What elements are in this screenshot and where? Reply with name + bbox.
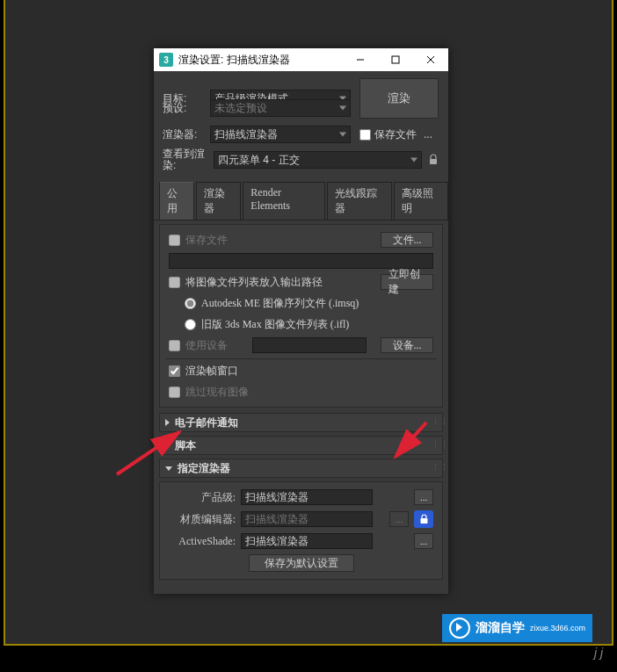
skip-existing-checkbox[interactable] (169, 387, 180, 398)
svg-rect-5 (420, 518, 427, 524)
create-now-button[interactable]: 立即创建 (381, 274, 433, 290)
render-frame-window-checkbox[interactable] (169, 365, 180, 377)
minimize-button[interactable] (343, 48, 378, 71)
tab-common[interactable]: 公用 (159, 182, 194, 220)
preset-label: 预设: (163, 101, 205, 116)
assign-renderer-group: 产品级: 扫描线渲染器 ... 材质编辑器: 扫描线渲染器 ... Active… (159, 481, 443, 580)
titlebar: 3 渲染设置: 扫描线渲染器 (154, 48, 448, 71)
device-button[interactable]: 设备... (381, 337, 433, 353)
lock-icon[interactable] (427, 154, 439, 166)
save-defaults-button[interactable]: 保存为默认设置 (249, 554, 354, 572)
file-button[interactable]: 文件... (381, 232, 433, 248)
production-renderer-field: 扫描线渲染器 (241, 489, 373, 505)
tabs: 公用 渲染器 Render Elements 光线跟踪器 高级照明 (154, 182, 448, 220)
save-file-dots[interactable]: ... (424, 128, 432, 141)
tab-render-elements[interactable]: Render Elements (243, 182, 325, 220)
production-label: 产品级: (169, 490, 236, 505)
app-icon: 3 (159, 53, 173, 67)
activeshade-renderer-field: 扫描线渲染器 (241, 533, 373, 549)
close-button[interactable] (413, 48, 448, 71)
tab-adv-lighting[interactable]: 高级照明 (394, 182, 448, 220)
tab-raytracer[interactable]: 光线跟踪器 (327, 182, 391, 220)
render-setup-dialog: 3 渲染设置: 扫描线渲染器 目标: 产品级渲染模式 渲染 预设: 未选定预设 (154, 48, 448, 594)
activeshade-choose-button[interactable]: ... (414, 533, 433, 549)
activeshade-label: ActiveShade: (169, 535, 236, 548)
renderer-label: 渲染器: (163, 127, 205, 142)
save-file-checkbox[interactable] (359, 129, 371, 141)
window-title: 渲染设置: 扫描线渲染器 (178, 53, 343, 68)
use-device-checkbox[interactable] (169, 340, 180, 351)
view-to-render-label: 查看到渲染: (163, 148, 208, 171)
render-output-group: 保存文件 文件... 将图像文件列表放入输出路径 立即创建 Autodesk M… (159, 224, 443, 408)
tab-renderer[interactable]: 渲染器 (196, 182, 241, 220)
lock-mat-editor-button[interactable] (414, 510, 433, 528)
view-to-render-dropdown[interactable]: 四元菜单 4 - 正交 (214, 151, 422, 169)
renderer-dropdown[interactable]: 扫描线渲染器 (210, 126, 351, 143)
preset-dropdown[interactable]: 未选定预设 (210, 99, 351, 117)
mat-editor-choose-button[interactable]: ... (389, 511, 409, 527)
svg-rect-4 (430, 159, 437, 164)
device-field (252, 337, 367, 353)
maximize-button[interactable] (378, 48, 413, 71)
play-icon (449, 618, 470, 639)
save-file-checkbox-2[interactable] (169, 235, 180, 246)
rollout-assign-renderer[interactable]: 指定渲染器 (159, 459, 443, 478)
mat-editor-renderer-field: 扫描线渲染器 (241, 511, 373, 527)
save-file-label: 保存文件 (374, 127, 417, 142)
site-badge: 溜溜自学 zixue.3d66.com (442, 614, 592, 642)
svg-rect-1 (392, 56, 399, 63)
radio-legacy-ifl[interactable] (185, 319, 196, 330)
watermark: j j (594, 646, 603, 660)
rollout-email-notification[interactable]: 电子邮件通知 (159, 413, 443, 432)
production-choose-button[interactable]: ... (414, 489, 433, 505)
rollout-scripts[interactable]: 脚本 (159, 436, 443, 455)
put-imgseq-checkbox[interactable] (169, 277, 180, 288)
radio-autodesk-me[interactable] (185, 298, 196, 309)
material-editor-label: 材质编辑器: (169, 512, 236, 527)
